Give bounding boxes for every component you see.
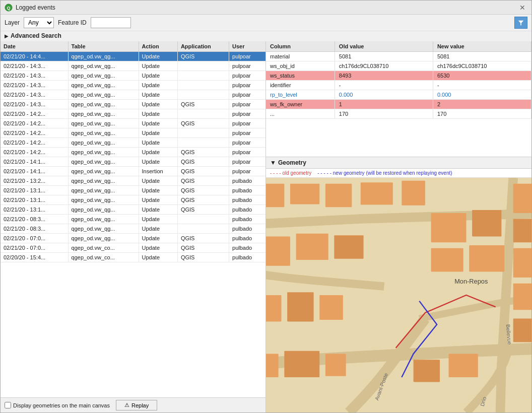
map-area: Mon-Repos Bellevue Avant-Poste Drio <box>266 178 531 412</box>
detail-cell-old: 5081 <box>335 52 433 61</box>
detail-cell-old: ch176dc9CL038710 <box>335 61 433 71</box>
cell-user: pulpoar <box>229 81 265 90</box>
svg-rect-20 <box>513 248 531 278</box>
cell-table: qgep_od.vw_qg... <box>68 71 139 81</box>
cell-user: pulbado <box>229 234 265 243</box>
table-row[interactable]: 02/21/20 - 08:3... qgep_od.vw_qg... Upda… <box>1 224 265 234</box>
cell-user: pulbado <box>229 215 265 224</box>
cell-action: Update <box>139 61 177 71</box>
cell-user: pulpoar <box>229 100 265 109</box>
cell-date: 02/21/20 - 14:2... <box>1 109 68 119</box>
advanced-search-label: Advanced Search <box>11 32 61 39</box>
cell-action: Insertion <box>139 167 177 176</box>
cell-table: qgep_od.vw_qg... <box>68 138 139 148</box>
table-row[interactable]: 02/21/20 - 13:1... qgep_od.vw_qg... Upda… <box>1 186 265 195</box>
cell-date: 02/21/20 - 14:1... <box>1 167 68 176</box>
detail-row[interactable]: ws_fk_owner 1 2 <box>266 100 531 109</box>
window-title: Logged events <box>16 4 55 11</box>
cell-table: qgep_od.vw_qg... <box>68 167 139 176</box>
table-row[interactable]: 02/21/20 - 14:3... qgep_od.vw_qg... Upda… <box>1 90 265 100</box>
table-row[interactable]: 02/21/20 - 08:3... qgep_od.vw_qg... Upda… <box>1 215 265 224</box>
advanced-search-toggle[interactable]: ▶ <box>5 33 9 39</box>
detail-row[interactable]: identifier - - <box>266 81 531 90</box>
svg-rect-26 <box>469 245 504 271</box>
table-row[interactable]: 02/21/20 - 13:1... qgep_od.vw_qg... Upda… <box>1 195 265 205</box>
table-row[interactable]: 02/21/20 - 14:3... qgep_od.vw_qg... Upda… <box>1 71 265 81</box>
cell-date: 02/21/20 - 14:3... <box>1 100 68 109</box>
table-row[interactable]: 02/21/20 - 14:2... qgep_od.vw_qg... Upda… <box>1 119 265 128</box>
svg-rect-14 <box>319 295 343 320</box>
display-geometries-checkbox[interactable]: Display geometries on the main canvas <box>5 402 110 408</box>
cell-user: pulpoar <box>229 90 265 100</box>
detail-table: Column Old value New value material 5081… <box>266 41 531 119</box>
cell-application: QGIS <box>177 234 229 243</box>
detail-cell-new: - <box>433 81 531 90</box>
detail-row[interactable]: material 5081 5081 <box>266 52 531 61</box>
cell-date: 02/21/20 - 14:3... <box>1 61 68 71</box>
cell-date: 02/21/20 - 14:3... <box>1 71 68 81</box>
detail-cell-old: 170 <box>335 109 433 119</box>
cell-user: pulpoar <box>229 109 265 119</box>
display-geometries-label: Display geometries on the main canvas <box>13 402 110 408</box>
geometry-header: ▼ Geometry <box>266 157 531 169</box>
cell-action: Update <box>139 138 177 148</box>
cell-action: Update <box>139 215 177 224</box>
table-row[interactable]: 02/21/20 - 14:2... qgep_od.vw_qg... Upda… <box>1 138 265 148</box>
svg-rect-12 <box>266 295 282 321</box>
svg-rect-24 <box>472 210 501 236</box>
toolbar: Layer Any Feature ID <box>1 15 531 31</box>
close-button[interactable]: ✕ <box>517 4 527 12</box>
detail-cell-column: ws_obj_id <box>266 61 335 71</box>
table-row[interactable]: 02/21/20 - 13:2... qgep_od.vw_qg... Upda… <box>1 176 265 186</box>
detail-col-column: Column <box>266 41 335 52</box>
cell-action: Update <box>139 195 177 205</box>
svg-text:Q: Q <box>7 6 10 11</box>
table-row[interactable]: 02/21/20 - 14:2... qgep_od.vw_qg... Upda… <box>1 128 265 138</box>
cell-application: QGIS <box>177 186 229 195</box>
table-row[interactable]: 02/21/20 - 14:2... qgep_od.vw_qg... Upda… <box>1 109 265 119</box>
table-row[interactable]: 02/20/20 - 15:4... qgep_od.vw_co... Upda… <box>1 253 265 262</box>
cell-action: Update <box>139 90 177 100</box>
table-row[interactable]: 02/21/20 - 13:1... qgep_od.vw_qg... Upda… <box>1 205 265 215</box>
legend-new-label: - - - - - new geometry (will be restored… <box>317 170 452 176</box>
detail-table-container[interactable]: Column Old value New value material 5081… <box>266 41 531 157</box>
detail-cell-column: rp_to_level <box>266 90 335 100</box>
right-panel: Column Old value New value material 5081… <box>266 41 531 412</box>
events-table-container[interactable]: Date Table Action Application User 02/21… <box>1 41 265 397</box>
detail-row[interactable]: rp_to_level 0.000 0.000 <box>266 90 531 100</box>
feature-id-input[interactable] <box>91 17 131 28</box>
cell-table: qgep_od.vw_co... <box>68 253 139 262</box>
filter-button[interactable] <box>514 17 527 29</box>
svg-rect-15 <box>266 354 279 378</box>
table-row[interactable]: 02/21/20 - 07:0... qgep_od.vw_qg... Upda… <box>1 234 265 243</box>
replay-button[interactable]: ⚠ Replay <box>116 400 157 410</box>
table-row[interactable]: 02/21/20 - 14:3... qgep_od.vw_qg... Upda… <box>1 61 265 71</box>
layer-select[interactable]: Any <box>24 17 54 28</box>
table-row[interactable]: 02/21/20 - 14:4... qgep_od.vw_qg... Upda… <box>1 52 265 61</box>
table-row[interactable]: 02/21/20 - 07:0... qgep_od.vw_co... Upda… <box>1 243 265 253</box>
col-application: Application <box>177 41 229 52</box>
svg-rect-16 <box>284 351 319 377</box>
cell-user: pulbado <box>229 205 265 215</box>
detail-row[interactable]: ws_obj_id ch176dc9CL038710 ch176dc9CL038… <box>266 61 531 71</box>
table-row[interactable]: 02/21/20 - 14:1... qgep_od.vw_qg... Inse… <box>1 167 265 176</box>
table-row[interactable]: 02/21/20 - 14:2... qgep_od.vw_qg... Upda… <box>1 148 265 157</box>
title-bar: Q Logged events ✕ <box>1 1 531 15</box>
detail-cell-column: ws_status <box>266 71 335 81</box>
main-window: Q Logged events ✕ Layer Any Feature ID ▶… <box>0 0 532 413</box>
detail-row[interactable]: ... 170 170 <box>266 109 531 119</box>
cell-user: pulbado <box>229 224 265 234</box>
table-row[interactable]: 02/21/20 - 14:3... qgep_od.vw_qg... Upda… <box>1 100 265 109</box>
cell-application <box>177 90 229 100</box>
cell-table: qgep_od.vw_qg... <box>68 205 139 215</box>
cell-user: pulbado <box>229 253 265 262</box>
table-row[interactable]: 02/21/20 - 14:1... qgep_od.vw_qg... Upda… <box>1 157 265 167</box>
detail-cell-column: material <box>266 52 335 61</box>
svg-rect-9 <box>266 237 290 266</box>
detail-row[interactable]: ws_status 8493 6530 <box>266 71 531 81</box>
table-row[interactable]: 02/21/20 - 14:3... qgep_od.vw_qg... Upda… <box>1 81 265 90</box>
cell-table: qgep_od.vw_qg... <box>68 195 139 205</box>
cell-user: pulpoar <box>229 138 265 148</box>
geometry-toggle-icon[interactable]: ▼ <box>270 159 276 166</box>
display-geometries-input[interactable] <box>5 402 11 408</box>
